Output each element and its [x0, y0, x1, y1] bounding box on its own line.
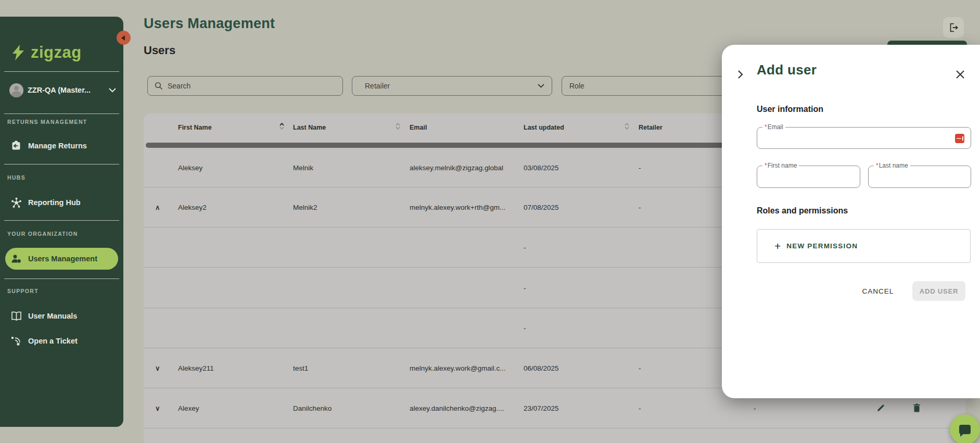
cell-email: melnyk.alexey.work@gmail.c... — [410, 364, 506, 372]
col-first-name[interactable]: First Name — [178, 124, 212, 131]
pencil-icon — [876, 403, 885, 412]
drawer-title: Add user — [757, 62, 817, 78]
book-icon — [10, 310, 22, 322]
collapse-row-icon[interactable]: ∧ — [155, 204, 160, 211]
support-ticket-icon — [10, 335, 22, 347]
cell-last-updated: 06/08/2025 — [524, 364, 559, 372]
logout-button[interactable] — [943, 17, 964, 38]
sort-icon-first-name[interactable] — [279, 123, 284, 130]
chevron-down-icon — [109, 88, 116, 93]
divider — [4, 220, 119, 221]
section-label-your-organization: YOUR ORGANIZATION — [7, 231, 78, 237]
add-user-button[interactable]: ADD USER — [912, 281, 965, 301]
section-label-hubs: HUBS — [7, 174, 26, 181]
page-title: Users Management — [144, 16, 275, 32]
cell-first-name: Aleksey — [178, 163, 202, 171]
cell-retailer: - — [639, 404, 641, 412]
cell-last-updated: 03/08/2025 — [524, 163, 559, 171]
retailer-dropdown-label: Retailer — [365, 82, 390, 90]
delete-user-button[interactable] — [913, 402, 925, 414]
add-user-drawer: Add user User information *Email *First … — [722, 45, 980, 398]
sidebar-item-label: Users Management — [28, 255, 97, 263]
sidebar-item-label: User Manuals — [28, 312, 77, 320]
cell-last-name: test1 — [293, 364, 308, 372]
new-permission-label: NEW PERMISSION — [786, 242, 858, 250]
user-information-heading: User information — [757, 105, 823, 114]
cell-last-updated: - — [524, 284, 526, 292]
sidebar-item-manage-returns[interactable]: Manage Returns — [5, 135, 118, 157]
email-field[interactable]: *Email — [757, 127, 971, 149]
search-icon — [155, 82, 163, 90]
cell-email: alexey.danilchenko@zigzag.... — [410, 404, 504, 412]
first-name-field[interactable]: *First name — [757, 166, 860, 188]
page-subtitle: Users — [144, 44, 175, 57]
cell-retailer: - — [639, 204, 641, 211]
chat-bubble-icon — [959, 425, 971, 434]
new-permission-button[interactable]: + NEW PERMISSION — [757, 229, 971, 263]
arrow-left-icon — [121, 35, 125, 41]
cell-retailer: - — [639, 364, 641, 372]
sort-icon-last-updated[interactable] — [625, 123, 629, 130]
cancel-button[interactable]: CANCEL — [852, 282, 904, 300]
last-name-field[interactable]: *Last name — [868, 166, 971, 188]
hub-icon — [10, 197, 22, 208]
sidebar-item-users-management[interactable]: Users Management — [5, 248, 118, 270]
col-retailer[interactable]: Retailer — [639, 124, 663, 131]
drawer-expand-button[interactable] — [734, 69, 747, 81]
return-box-icon — [10, 140, 22, 151]
sidebar: zigzag ZZR-QA (Master... RETURNS MANAGEM… — [0, 17, 123, 427]
divider — [4, 71, 119, 72]
cell-last-updated: - — [524, 244, 526, 251]
avatar — [9, 83, 23, 97]
expand-row-icon[interactable]: ∨ — [155, 404, 160, 412]
user-gear-icon — [10, 253, 22, 264]
col-last-updated[interactable]: Last updated — [524, 124, 564, 131]
expand-row-icon[interactable]: ∨ — [155, 364, 160, 372]
password-manager-icon[interactable] — [955, 134, 964, 143]
cell-last-updated: 07/08/2025 — [524, 204, 559, 211]
cell-last-name: Melnik — [293, 163, 313, 171]
col-last-name[interactable]: Last Name — [293, 124, 326, 131]
cell-retailer: - — [639, 163, 641, 171]
col-email[interactable]: Email — [410, 124, 427, 131]
role-dropdown-label: Role — [569, 82, 584, 90]
trash-icon — [913, 403, 921, 412]
chevron-down-icon — [538, 84, 544, 88]
email-input[interactable] — [757, 128, 971, 148]
sidebar-item-user-manuals[interactable]: User Manuals — [5, 305, 118, 327]
divider — [4, 279, 119, 279]
section-label-support: SUPPORT — [7, 288, 39, 294]
logout-icon — [948, 22, 959, 33]
zigzag-logo-icon — [9, 44, 27, 61]
cell-last-updated: - — [524, 324, 526, 332]
sidebar-collapse-button[interactable] — [117, 31, 131, 45]
close-icon — [954, 69, 966, 80]
last-name-input[interactable] — [869, 166, 971, 187]
cell-first-name: Alexey — [178, 404, 199, 412]
retailer-dropdown[interactable]: Retailer — [352, 76, 552, 96]
chat-fab-button[interactable] — [950, 414, 980, 443]
table-row — [144, 428, 965, 443]
cell-first-name: Aleksey2 — [178, 204, 207, 211]
plus-icon: + — [774, 241, 781, 251]
cell-role: - — [754, 404, 756, 412]
search-field[interactable] — [147, 76, 343, 96]
cell-last-updated: 23/07/2025 — [524, 404, 559, 412]
cell-email: melnyk.alexey.work+rth@gm... — [410, 204, 505, 211]
cell-last-name: Danilchenko — [293, 404, 332, 412]
sort-icon-last-name[interactable] — [396, 123, 400, 130]
cell-email: aleksey.melnik@zigzag.global — [410, 163, 503, 171]
divider — [4, 113, 119, 114]
account-switcher[interactable]: ZZR-QA (Master... — [9, 80, 116, 100]
users-management-page: zigzag ZZR-QA (Master... RETURNS MANAGEM… — [0, 0, 980, 443]
roles-permissions-heading: Roles and permissions — [757, 206, 848, 216]
sidebar-item-reporting-hub[interactable]: Reporting Hub — [5, 192, 118, 213]
edit-user-button[interactable] — [876, 402, 889, 414]
logo-text: zigzag — [31, 43, 82, 62]
first-name-input[interactable] — [757, 166, 860, 187]
cell-first-name: Aleksey211 — [178, 364, 214, 372]
search-input[interactable] — [168, 82, 324, 90]
sidebar-item-open-a-ticket[interactable]: Open a Ticket — [5, 330, 118, 352]
close-drawer-button[interactable] — [954, 69, 967, 81]
cell-last-name: Melnik2 — [293, 204, 317, 211]
